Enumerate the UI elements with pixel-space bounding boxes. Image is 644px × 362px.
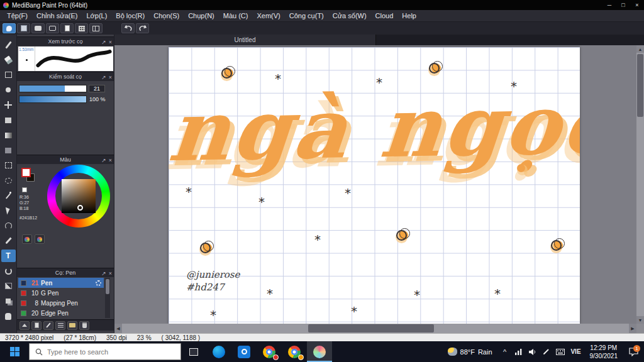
vertical-scroll-thumb[interactable] bbox=[637, 54, 643, 117]
brush-row-mapping-pen[interactable]: 8 Mapping Pen bbox=[18, 298, 104, 308]
dot-brush-tool[interactable] bbox=[1, 84, 16, 96]
panel-close-icon[interactable]: × bbox=[109, 39, 112, 45]
scroll-right-arrow[interactable]: ▶ bbox=[629, 324, 636, 333]
new-document-button[interactable] bbox=[60, 23, 74, 33]
pen-icon[interactable] bbox=[540, 341, 553, 362]
eyedropper-tool[interactable] bbox=[1, 234, 16, 247]
select-tool[interactable] bbox=[1, 159, 16, 172]
magic-wand-tool[interactable] bbox=[1, 189, 16, 202]
chrome-taskbar-icon[interactable] bbox=[257, 341, 282, 362]
menu-layer[interactable]: Lớp(L) bbox=[82, 12, 111, 19]
redo-button[interactable] bbox=[136, 23, 149, 33]
horizontal-scrollbar[interactable]: ◀ ▶ bbox=[114, 324, 636, 333]
undo-button[interactable] bbox=[121, 23, 135, 33]
gradient-tool[interactable] bbox=[1, 129, 16, 141]
palette-button[interactable] bbox=[35, 234, 45, 244]
delete-brush-button[interactable] bbox=[79, 321, 89, 330]
task-view-button[interactable] bbox=[181, 341, 206, 362]
menu-color[interactable]: Màu (C) bbox=[219, 12, 253, 19]
color-wheel-button[interactable] bbox=[22, 234, 32, 244]
transparent-color-swatch[interactable] bbox=[22, 187, 27, 192]
drawing-canvas[interactable]: ngà ngọc ************ @junierose #hd247 bbox=[169, 47, 580, 324]
move-tool[interactable] bbox=[1, 99, 16, 111]
pen-tool[interactable] bbox=[1, 38, 16, 51]
new-brush-button[interactable] bbox=[31, 321, 42, 330]
menu-select[interactable]: Chọn(S) bbox=[149, 12, 184, 19]
edge-taskbar-icon[interactable] bbox=[206, 341, 231, 362]
taskbar-weather[interactable]: 88°F Rain bbox=[442, 348, 498, 356]
taskbar-search[interactable] bbox=[29, 343, 181, 360]
media-app-taskbar-icon[interactable] bbox=[231, 341, 257, 362]
panel-close-icon[interactable]: × bbox=[109, 157, 112, 163]
dock-button[interactable] bbox=[19, 321, 30, 330]
medibang-taskbar-icon[interactable] bbox=[307, 341, 332, 362]
marquee-tool[interactable] bbox=[1, 69, 16, 81]
brush-settings-gear-icon[interactable] bbox=[96, 280, 101, 286]
touch-keyboard-icon[interactable] bbox=[553, 341, 567, 362]
brush-mode-button[interactable] bbox=[3, 23, 16, 33]
menu-snapshot[interactable]: Chụp(N) bbox=[184, 12, 219, 19]
shape-brush-tool[interactable] bbox=[1, 144, 16, 156]
horizontal-scroll-thumb[interactable] bbox=[308, 324, 434, 332]
foreground-color-swatch[interactable] bbox=[21, 168, 31, 177]
brush-row-gpen[interactable]: 10 G Pen bbox=[18, 288, 104, 298]
panel-close-icon[interactable]: × bbox=[109, 74, 112, 80]
vertical-scrollbar[interactable]: ▲ ▼ bbox=[636, 45, 644, 324]
divide-tool[interactable] bbox=[1, 280, 16, 292]
menu-tools[interactable]: Công cụ(T) bbox=[285, 12, 328, 19]
brush-list-scrollbar[interactable] bbox=[105, 278, 110, 318]
taskbar-clock[interactable]: 12:29 PM 9/30/2021 bbox=[585, 344, 623, 360]
hand-tool[interactable] bbox=[1, 310, 16, 322]
brush-opacity-slider[interactable] bbox=[19, 96, 87, 103]
action-center-button[interactable]: 1 bbox=[623, 341, 644, 362]
fill-tool[interactable] bbox=[1, 114, 16, 126]
brush-folder-button[interactable] bbox=[67, 321, 77, 330]
document-tab-untitled[interactable]: Untitled bbox=[114, 35, 376, 45]
publish-button[interactable] bbox=[46, 23, 59, 33]
text-tool[interactable]: T bbox=[1, 250, 16, 262]
comment-button[interactable] bbox=[31, 23, 45, 33]
material-tool[interactable] bbox=[1, 295, 16, 307]
brush-size-slider[interactable] bbox=[19, 85, 87, 92]
menu-filter[interactable]: Bộ lọc(R) bbox=[111, 12, 149, 19]
minimize-button[interactable]: ─ bbox=[602, 0, 616, 10]
menu-file[interactable]: Tệp(F) bbox=[3, 12, 32, 19]
scroll-down-arrow[interactable]: ▼ bbox=[636, 316, 644, 324]
menu-edit[interactable]: Chỉnh sửa(E) bbox=[32, 12, 82, 19]
snap-tool[interactable] bbox=[1, 219, 16, 232]
chrome-profile2-taskbar-icon[interactable] bbox=[282, 341, 307, 362]
scroll-up-arrow[interactable]: ▲ bbox=[636, 45, 644, 53]
menu-help[interactable]: Help bbox=[397, 12, 421, 19]
brush-list-scroll-thumb[interactable] bbox=[106, 279, 109, 294]
save-button[interactable] bbox=[17, 23, 30, 33]
operation-tool[interactable] bbox=[1, 204, 16, 217]
rotate-view-tool[interactable] bbox=[1, 265, 16, 277]
hidden-icons-chevron[interactable]: ^ bbox=[498, 341, 512, 362]
scroll-left-arrow[interactable]: ◀ bbox=[114, 324, 122, 333]
network-icon[interactable] bbox=[512, 341, 526, 362]
panel-close-icon[interactable]: × bbox=[109, 270, 112, 277]
menu-window[interactable]: Cửa sổ(W) bbox=[328, 12, 371, 19]
search-input[interactable] bbox=[47, 348, 160, 356]
eraser-tool[interactable] bbox=[1, 53, 16, 66]
start-button[interactable] bbox=[0, 341, 29, 362]
volume-icon[interactable] bbox=[526, 341, 540, 362]
popout-icon[interactable]: ↗ bbox=[101, 39, 106, 45]
popout-icon[interactable]: ↗ bbox=[101, 270, 106, 277]
menu-view[interactable]: Xem(V) bbox=[252, 12, 284, 19]
brush-menu-button[interactable] bbox=[55, 321, 65, 330]
language-indicator[interactable]: VIE bbox=[567, 341, 585, 362]
brush-row-pen[interactable]: 21 Pen bbox=[18, 278, 104, 288]
edit-brush-button[interactable] bbox=[43, 321, 53, 330]
brush-row-edge-pen[interactable]: 20 Edge Pen bbox=[18, 308, 104, 318]
popout-icon[interactable]: ↗ bbox=[101, 157, 106, 163]
color-sv-cursor[interactable] bbox=[77, 205, 83, 211]
menu-cloud[interactable]: Cloud bbox=[371, 12, 398, 19]
grid-view-button[interactable] bbox=[75, 23, 88, 33]
maximize-button[interactable]: □ bbox=[616, 0, 630, 10]
lasso-tool[interactable] bbox=[1, 174, 16, 187]
workspace-button[interactable] bbox=[89, 23, 103, 33]
popout-icon[interactable]: ↗ bbox=[101, 74, 106, 80]
close-button[interactable]: × bbox=[630, 0, 644, 10]
brush-color-chip bbox=[21, 290, 26, 296]
